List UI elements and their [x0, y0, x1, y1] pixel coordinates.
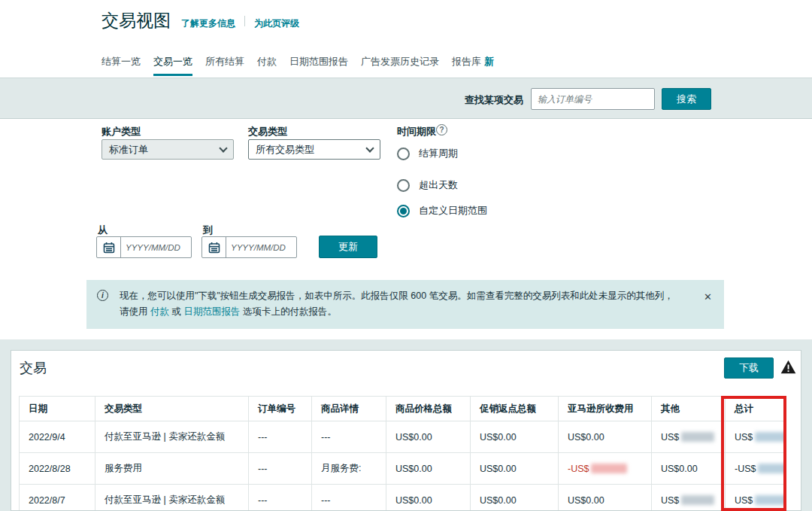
- col-order-id: 订单编号: [249, 397, 312, 421]
- nav-tabs: 结算一览 交易一览 所有结算 付款 日期范围报告 广告发票历史记录 报告库新: [102, 55, 494, 76]
- cell-other: US$: [652, 485, 726, 511]
- help-icon[interactable]: ?: [436, 124, 447, 135]
- redacted-value: [755, 432, 785, 442]
- redacted-value: [681, 495, 714, 505]
- cell-type: 付款至亚马逊 | 卖家还款金额: [95, 421, 249, 453]
- cell-other: US$0.00: [652, 453, 726, 485]
- redacted-value: [758, 464, 785, 473]
- radio-settlement-period[interactable]: 结算周期: [397, 147, 458, 160]
- radio-custom-date-range[interactable]: 自定义日期范围: [397, 204, 487, 217]
- new-badge: 新: [484, 56, 494, 67]
- divider: [244, 16, 245, 26]
- tab-date-range-reports[interactable]: 日期范围报告: [289, 55, 348, 76]
- page-header: 交易视图 了解更多信息 为此页评级: [102, 9, 299, 32]
- cell-type: 付款至亚马逊 | 卖家还款金额: [95, 485, 249, 511]
- payments-link[interactable]: 付款: [150, 306, 169, 317]
- cell-total: US$: [726, 421, 786, 453]
- close-icon[interactable]: ✕: [704, 289, 712, 305]
- chevron-down-icon: [365, 144, 374, 152]
- cell-order-id: ---: [249, 453, 312, 485]
- transactions-table: 日期 交易类型 订单编号 商品详情 商品价格总额 促销返点总额 亚马逊所收费用 …: [19, 396, 786, 511]
- tab-all-settlements[interactable]: 所有结算: [205, 55, 244, 76]
- table-row: 2022/9/4 付款至亚马逊 | 卖家还款金额 --- --- US$0.00…: [20, 421, 786, 453]
- radio-icon: [397, 148, 410, 160]
- table-row: 2022/8/28 服务费用 --- 月服务费: US$0.00 US$0.00…: [20, 453, 786, 485]
- cell-type: 服务费用: [95, 453, 249, 485]
- cell-order-id: ---: [249, 485, 312, 511]
- transaction-type-value: 所有交易类型: [256, 143, 314, 157]
- cell-product-charges: US$0.00: [386, 421, 471, 453]
- cell-date: 2022/8/28: [20, 453, 95, 485]
- tab-transactions-overview[interactable]: 交易一览: [153, 55, 192, 76]
- time-period-label: 时间期限: [397, 125, 436, 138]
- redacted-value: [681, 432, 714, 442]
- radio-selected-icon: [397, 205, 410, 217]
- date-to-input[interactable]: [226, 237, 295, 257]
- cell-promo-rebates: US$0.00: [471, 421, 559, 453]
- cell-product-details: ---: [312, 421, 386, 453]
- download-notice-banner: i 现在，您可以使用"下载"按钮生成交易报告，如表中所示。此报告仅限 600 笔…: [86, 280, 724, 329]
- cell-promo-rebates: US$0.00: [471, 485, 559, 511]
- calendar-icon[interactable]: [97, 237, 121, 257]
- cell-product-charges: US$0.00: [386, 453, 471, 485]
- tab-payments[interactable]: 付款: [257, 55, 277, 76]
- transactions-title: 交易: [20, 359, 47, 377]
- account-type-value: 标准订单: [109, 143, 148, 157]
- chevron-down-icon: [219, 144, 227, 152]
- notice-line1: 现在，您可以使用"下载"按钮生成交易报告，如表中所示。此报告仅限 600 笔交易…: [120, 290, 674, 301]
- cell-amazon-fees: US$0.00: [559, 485, 652, 511]
- col-total: 总计: [726, 397, 786, 421]
- learn-more-link[interactable]: 了解更多信息: [181, 17, 235, 30]
- cell-product-details: 月服务费:: [312, 453, 386, 485]
- transaction-type-label: 交易类型: [248, 125, 287, 138]
- col-transaction-type: 交易类型: [95, 397, 249, 421]
- notice-line2-pre: 请使用: [120, 306, 150, 317]
- col-date: 日期: [20, 397, 95, 421]
- cell-date: 2022/9/4: [20, 421, 95, 453]
- cell-product-details: ---: [312, 485, 386, 511]
- cell-amazon-fees: -US$: [559, 453, 652, 485]
- date-from-field: [96, 236, 192, 258]
- date-from-label: 从: [98, 224, 108, 237]
- cell-order-id: ---: [249, 421, 312, 453]
- radio-days-exceeded[interactable]: 超出天数: [397, 178, 458, 192]
- search-label: 查找某项交易: [0, 93, 523, 107]
- tab-report-library[interactable]: 报告库新: [452, 55, 494, 76]
- transaction-type-select[interactable]: 所有交易类型: [248, 139, 380, 160]
- radio-icon: [397, 179, 410, 192]
- date-to-label: 到: [203, 224, 213, 237]
- update-button[interactable]: 更新: [319, 236, 377, 258]
- order-id-search-input[interactable]: [531, 88, 655, 110]
- transaction-view-page: 交易视图 了解更多信息 为此页评级 结算一览 交易一览 所有结算 付款 日期范围…: [0, 0, 812, 511]
- col-product-charges: 商品价格总额: [386, 397, 471, 421]
- date-range-report-link[interactable]: 日期范围报告: [183, 306, 240, 317]
- cell-date: 2022/8/7: [20, 485, 95, 511]
- cell-promo-rebates: US$0.00: [471, 453, 559, 485]
- col-promo-rebates: 促销返点总额: [471, 397, 559, 421]
- info-icon: i: [97, 290, 108, 301]
- calendar-icon[interactable]: [202, 237, 226, 257]
- rate-page-link[interactable]: 为此页评级: [254, 17, 299, 30]
- search-button[interactable]: 搜索: [662, 88, 711, 110]
- account-type-select[interactable]: 标准订单: [102, 139, 234, 160]
- date-to-field: [201, 236, 297, 258]
- col-product-details: 商品详情: [312, 397, 386, 421]
- notice-line2-post: 选项卡上的付款报告。: [240, 306, 336, 317]
- tab-settlements-overview[interactable]: 结算一览: [102, 55, 141, 76]
- redacted-value: [755, 495, 785, 505]
- cell-total: -US$: [726, 453, 786, 485]
- cell-amazon-fees: US$0.00: [559, 421, 652, 453]
- col-amazon-fees: 亚马逊所收费用: [559, 397, 652, 421]
- transactions-card: 交易 下载 日期 交易类型 订单编号 商品详情 商品价格总额 促销返点总额 亚马…: [11, 350, 801, 511]
- tab-ad-invoice-history[interactable]: 广告发票历史记录: [361, 55, 439, 76]
- warning-icon[interactable]: [780, 360, 796, 377]
- table-row: 2022/8/7 付款至亚马逊 | 卖家还款金额 --- --- US$0.00…: [20, 485, 786, 511]
- cell-other: US$: [652, 421, 726, 453]
- account-type-label: 账户类型: [102, 125, 141, 138]
- table-header-row: 日期 交易类型 订单编号 商品详情 商品价格总额 促销返点总额 亚马逊所收费用 …: [20, 397, 786, 421]
- redacted-value: [591, 464, 627, 473]
- download-button[interactable]: 下载: [724, 357, 774, 379]
- cell-total: US$: [726, 485, 786, 511]
- page-title: 交易视图: [102, 9, 171, 32]
- date-from-input[interactable]: [121, 237, 190, 257]
